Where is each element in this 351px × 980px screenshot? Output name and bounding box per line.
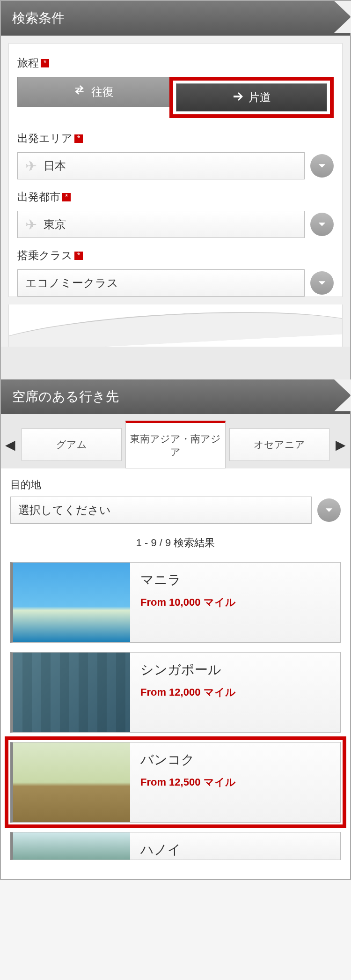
swap-icon [73, 85, 87, 99]
oneway-button[interactable]: 片道 [176, 83, 327, 111]
results-count: 1 - 9 / 9 検索結果 [10, 536, 341, 550]
card-title: バンコク [140, 751, 236, 769]
roundtrip-button[interactable]: 往復 [17, 77, 169, 107]
tabs-prev-button[interactable]: ◀ [1, 437, 20, 453]
destination-placeholder: 選択してください [18, 503, 111, 518]
card-title: シンガポール [140, 661, 236, 679]
section-title: 空席のある行き先 [12, 389, 119, 404]
card-image [13, 563, 130, 642]
result-card-manila[interactable]: マニラ From 10,000 マイル [10, 562, 341, 643]
results-area: 目的地 選択してください 1 - 9 / 9 検索結果 マニラ From 10,… [1, 468, 350, 879]
cabin-class-select[interactable]: エコノミークラス [17, 269, 305, 297]
plane-icon: ✈ [25, 216, 37, 233]
card-body: マニラ From 10,000 マイル [130, 563, 246, 642]
tabs-next-button[interactable]: ▶ [331, 437, 350, 453]
card-body: ハノイ [130, 832, 191, 860]
oneway-label: 片道 [249, 90, 271, 105]
card-price: From 10,000 マイル [140, 595, 236, 609]
required-icon: * [41, 59, 49, 67]
spacer [1, 347, 350, 379]
depart-area-value: 日本 [44, 158, 66, 173]
search-conditions-header: 検索条件 [1, 1, 350, 36]
arrow-right-icon [233, 91, 244, 104]
oneway-highlight: 片道 [169, 77, 334, 118]
card-title: ハノイ [140, 841, 181, 859]
result-card-singapore[interactable]: シンガポール From 12,000 マイル [10, 652, 341, 733]
card-image [13, 832, 130, 860]
result-card-bangkok[interactable]: バンコク From 12,500 マイル [10, 742, 341, 823]
roundtrip-label: 往復 [91, 84, 114, 99]
required-icon: * [74, 252, 83, 260]
cabin-class-value: エコノミークラス [25, 275, 118, 290]
dropdown-toggle[interactable] [310, 271, 334, 295]
trip-type-buttons: 往復 片道 [17, 77, 334, 118]
depart-city-label: 出発都市* [17, 190, 334, 204]
dropdown-toggle[interactable] [310, 213, 334, 236]
section-title: 検索条件 [12, 11, 65, 25]
card-image [13, 742, 130, 822]
tab-se-asia[interactable]: 東南アジア・南アジア [125, 421, 226, 468]
content-truncation [8, 304, 343, 347]
card-body: バンコク From 12,500 マイル [130, 742, 246, 822]
tab-oceania[interactable]: オセアニア [229, 428, 329, 461]
required-icon: * [74, 134, 83, 143]
card-price: From 12,500 マイル [140, 775, 236, 789]
trip-type-label: 旅程* [17, 56, 334, 70]
search-panel: 旅程* 往復 片道 出発エリア* ✈ [8, 43, 343, 297]
destination-label: 目的地 [10, 478, 341, 492]
dropdown-toggle[interactable] [317, 498, 341, 522]
required-icon: * [62, 193, 71, 201]
card-image [13, 653, 130, 732]
availability-header: 空席のある行き先 [1, 379, 350, 414]
tab-guam[interactable]: グアム [22, 428, 122, 461]
card-title: マニラ [140, 571, 236, 589]
depart-area-label: 出発エリア* [17, 131, 334, 146]
region-tabs: ◀ グアム 東南アジア・南アジア オセアニア ▶ [1, 414, 350, 468]
destination-select[interactable]: 選択してください [10, 497, 312, 524]
depart-city-value: 東京 [44, 217, 66, 232]
plane-icon: ✈ [25, 158, 37, 174]
depart-area-select[interactable]: ✈ 日本 [17, 152, 305, 179]
depart-city-select[interactable]: ✈ 東京 [17, 211, 305, 238]
card-body: シンガポール From 12,000 マイル [130, 653, 246, 732]
cabin-class-label: 搭乗クラス* [17, 248, 334, 263]
card-price: From 12,000 マイル [140, 685, 236, 699]
dropdown-toggle[interactable] [310, 154, 334, 178]
result-card-hanoi[interactable]: ハノイ [10, 832, 341, 860]
